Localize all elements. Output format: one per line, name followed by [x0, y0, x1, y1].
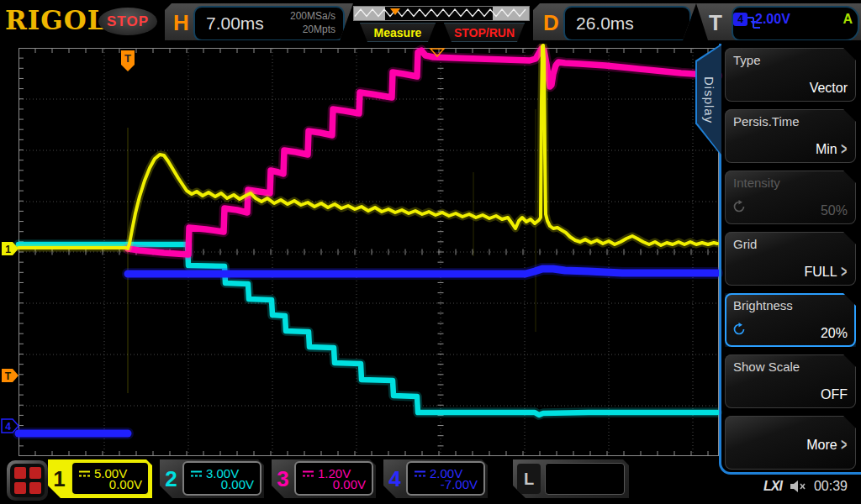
memory-depth: 20Mpts	[290, 24, 335, 37]
delay-value: 26.0ms	[576, 13, 634, 34]
memory-position-strip[interactable]	[353, 6, 530, 21]
menu-item-value: 50%	[821, 203, 848, 218]
red-grid-icon	[10, 464, 45, 497]
logic-label: L	[517, 464, 541, 494]
channel-menu-button[interactable]	[7, 460, 48, 501]
channel-info-box: 1.20V 0.00V	[294, 461, 373, 496]
brand-logo: RIGOL	[5, 5, 107, 35]
t-label: T	[709, 10, 722, 36]
svg-text:T: T	[124, 52, 131, 65]
submenu-arrow-icon: >	[841, 436, 847, 455]
logic-channels-block[interactable]: L 0 1 2 3 4 5 6 7 8 9 10 11 12 13 14 15	[513, 459, 629, 498]
menu-item-grid[interactable]: Grid FULL>	[725, 232, 856, 286]
channel-offset: 0.00V	[333, 477, 366, 491]
timebase-value: 7.00ms	[206, 13, 264, 34]
horizontal-timebase-group[interactable]: H 7.00ms 200MSa/s 20Mpts	[165, 3, 353, 40]
channel-offset: -7.00V	[441, 477, 478, 491]
oscilloscope-screen: RIGOL STOP H 7.00ms 200MSa/s 20Mpts Meas…	[0, 0, 861, 504]
sample-rate: 200MSa/s	[290, 10, 335, 24]
acquisition-status-badge: STOP	[98, 8, 157, 35]
channel-number: 3	[272, 459, 294, 498]
trigger-level-marker-label: T	[5, 370, 12, 382]
menu-item-more[interactable]: More>	[725, 416, 856, 470]
menu-item-label: Show Scale	[733, 360, 800, 374]
menu-item-brightness[interactable]: Brightness 20%	[725, 293, 856, 347]
channel-4-block[interactable]: 4 2.00V -7.00V	[383, 459, 488, 498]
channel-offset: 0.00V	[109, 477, 142, 491]
knob-adjust-icon	[732, 200, 746, 217]
trace-ch1	[18, 45, 717, 249]
acquisition-info: 200MSa/s 20Mpts	[290, 10, 335, 36]
sound-muted-icon	[790, 480, 806, 493]
delay-group[interactable]: D 26.0ms	[533, 3, 696, 40]
ch1-zero-marker-label: 1	[5, 244, 11, 255]
acquisition-status-text: STOP	[107, 13, 149, 30]
menu-item-label: Persis.Time	[733, 114, 800, 129]
clock: 00:39	[814, 479, 848, 494]
dc-coupling-icon	[302, 470, 314, 478]
channel-2-block[interactable]: 2 3.00V 0.00V	[160, 459, 264, 498]
ch4-zero-marker-label: 4	[5, 421, 11, 433]
channel-number: 4	[383, 459, 406, 498]
trigger-source-badge: 4	[733, 13, 747, 26]
stop-run-button[interactable]: STOP/RUN	[444, 23, 525, 42]
channel-number: 1	[48, 459, 71, 498]
menu-tab-label: Display	[702, 76, 716, 123]
dc-coupling-icon	[190, 470, 203, 478]
menu-item-type[interactable]: Type Vector	[725, 48, 856, 102]
dc-coupling-icon	[78, 470, 91, 478]
menu-item-label: Type	[733, 53, 761, 67]
h-label: H	[173, 10, 189, 36]
channel-offset: 0.00V	[221, 477, 254, 491]
knob-adjust-icon	[732, 323, 746, 339]
measure-label: Measure	[374, 26, 422, 39]
lxi-badge: LXI	[763, 479, 782, 494]
menu-item-value: OFF	[821, 387, 848, 402]
submenu-arrow-icon: >	[841, 263, 847, 282]
channel-number: 2	[160, 459, 182, 498]
menu-item-label: Brightness	[733, 298, 793, 312]
menu-item-label: Grid	[733, 237, 757, 251]
menu-item-intensity[interactable]: Intensity 50%	[725, 171, 856, 224]
logic-row-1: 0 1 2 3 4 5 6 7	[551, 495, 624, 504]
menu-item-value: Min	[816, 142, 837, 157]
submenu-arrow-icon: >	[841, 140, 847, 160]
menu-item-value: More	[806, 438, 837, 453]
measure-button[interactable]: Measure	[360, 23, 436, 42]
trigger-group[interactable]: T 4 2.00V A	[696, 3, 861, 40]
status-row: LXI 00:39	[763, 479, 848, 494]
timebase-box[interactable]: 7.00ms 200MSa/s 20Mpts	[193, 6, 345, 41]
channel-info-box: 5.00V 0.00V	[71, 461, 150, 496]
channel-info-box: 2.00V -7.00V	[406, 461, 485, 496]
menu-item-value: 20%	[821, 326, 848, 341]
menu-item-persistence[interactable]: Persis.Time Min>	[725, 109, 856, 163]
menu-item-value: FULL	[805, 265, 837, 280]
dc-coupling-icon	[414, 470, 426, 478]
trigger-level-value: 2.00V	[755, 12, 790, 27]
channel-info-box: 3.00V 0.00V	[182, 461, 261, 496]
trace-ch3	[128, 49, 717, 255]
menu-item-label: Intensity	[733, 176, 780, 190]
menu-item-show-scale[interactable]: Show Scale OFF	[725, 354, 856, 408]
trigger-sweep-mode: A	[843, 12, 853, 27]
delay-box[interactable]: 26.0ms	[563, 6, 691, 41]
menu-item-value: Vector	[810, 81, 848, 96]
channel-1-block[interactable]: 1 5.00V 0.00V	[48, 459, 152, 498]
stop-run-label: STOP/RUN	[454, 26, 515, 39]
d-label: D	[543, 10, 559, 36]
logic-channel-numbers: 0 1 2 3 4 5 6 7 8 9 10 11 12 13 14 15	[545, 463, 625, 495]
waveform-display: 1T4T	[0, 44, 723, 459]
channel-3-block[interactable]: 3 1.20V 0.00V	[272, 459, 376, 498]
